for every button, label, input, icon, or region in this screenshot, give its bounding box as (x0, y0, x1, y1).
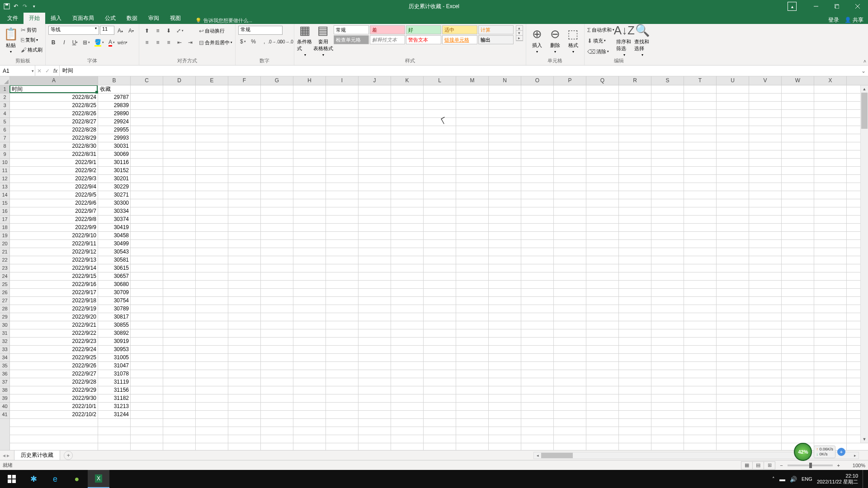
row-header[interactable]: 39 (0, 394, 9, 403)
tab-layout[interactable]: 页面布局 (67, 13, 99, 24)
format-painter-button[interactable]: 🖌格式刷 (21, 45, 42, 55)
zoom-in-button[interactable]: + (837, 463, 840, 468)
row-header[interactable]: 26 (0, 289, 9, 297)
cell-b1[interactable]: 收藏 (98, 85, 131, 94)
cell[interactable]: 2022/8/30 (10, 142, 98, 150)
taskbar-app-2[interactable]: ● (66, 470, 88, 488)
row-header[interactable]: 20 (0, 240, 9, 248)
orientation-button[interactable]: ⤢▾ (175, 26, 185, 36)
row-header[interactable]: 33 (0, 346, 9, 354)
align-middle-button[interactable]: ≡ (153, 26, 163, 36)
row-header[interactable]: 34 (0, 354, 9, 362)
network-widget[interactable]: 42% ↑ 0.06K/s ↓ 0K/s + (794, 443, 845, 461)
number-format-select[interactable]: 常规 (238, 26, 283, 35)
cell[interactable]: 30069 (98, 150, 131, 159)
col-header-o[interactable]: O (521, 76, 554, 85)
cell[interactable]: 31005 (98, 354, 131, 362)
cell[interactable]: 30152 (98, 167, 131, 175)
align-right-button[interactable]: ≡ (164, 38, 174, 47)
cell[interactable]: 2022/9/1 (10, 159, 98, 167)
style-bad[interactable]: 差 (370, 25, 405, 34)
volume-icon[interactable]: 🔊 (790, 476, 797, 483)
cell[interactable]: 2022/9/28 (10, 378, 98, 386)
cell[interactable]: 2022/9/3 (10, 175, 98, 183)
col-header-u[interactable]: U (717, 76, 749, 85)
row-header[interactable]: 6 (0, 126, 9, 134)
paste-button[interactable]: 📋 粘贴 ▾ (3, 25, 19, 56)
col-header-q[interactable]: Q (586, 76, 619, 85)
cell[interactable]: 2022/9/20 (10, 313, 98, 321)
sort-filter-button[interactable]: A↓Z排序和筛选▾ (616, 25, 632, 56)
network-icon[interactable]: ▬ (779, 476, 785, 483)
expand-formula-bar-icon[interactable]: ⌄ (859, 66, 868, 76)
insert-cells-button[interactable]: ⊕插入▾ (529, 25, 545, 56)
row-header[interactable]: 38 (0, 386, 9, 394)
cell[interactable]: 30201 (98, 175, 131, 183)
phonetic-button[interactable]: wén▾ (118, 38, 127, 47)
taskbar-excel[interactable]: X (88, 470, 109, 488)
cell[interactable]: 31119 (98, 378, 131, 386)
row-header[interactable]: 18 (0, 224, 9, 232)
cell[interactable]: 31078 (98, 370, 131, 378)
row-header[interactable]: 41 (0, 411, 9, 419)
align-top-button[interactable]: ⬆ (142, 26, 152, 36)
cell[interactable]: 2022/8/24 (10, 94, 98, 102)
cell[interactable]: 30615 (98, 264, 131, 272)
bold-button[interactable]: B (48, 38, 58, 47)
tab-review[interactable]: 审阅 (143, 13, 165, 24)
cell-grid[interactable]: 时间 收藏 2022/8/24297872022/8/25298392022/8… (10, 85, 868, 450)
row-header[interactable]: 27 (0, 297, 9, 305)
col-header-t[interactable]: T (684, 76, 717, 85)
close-button[interactable] (847, 0, 868, 13)
col-header-v[interactable]: V (749, 76, 782, 85)
currency-button[interactable]: $▾ (238, 37, 248, 47)
tray-chevron-icon[interactable]: ˄ (772, 476, 775, 482)
name-box[interactable]: ▾ (0, 66, 35, 76)
cell[interactable]: 2022/9/8 (10, 216, 98, 224)
row-header[interactable]: 40 (0, 403, 9, 411)
row-header[interactable]: 2 (0, 94, 9, 102)
col-header-d[interactable]: D (163, 76, 196, 85)
cell[interactable]: 2022/9/21 (10, 321, 98, 329)
row-header[interactable]: 15 (0, 199, 9, 207)
name-box-input[interactable] (0, 66, 35, 76)
taskbar-clock[interactable]: 22:10 2022/11/22 星期二 (817, 473, 858, 485)
scroll-right-icon[interactable]: ▸ (851, 452, 859, 459)
tab-data[interactable]: 数据 (121, 13, 143, 24)
percent-button[interactable]: % (249, 37, 259, 47)
cell[interactable]: 2022/9/29 (10, 386, 98, 394)
col-header-j[interactable]: J (359, 76, 391, 85)
cell[interactable]: 30581 (98, 256, 131, 264)
row-header[interactable]: 8 (0, 142, 9, 150)
align-center-button[interactable]: ≡ (153, 38, 163, 47)
cell[interactable]: 2022/9/18 (10, 297, 98, 305)
row-header[interactable]: 21 (0, 248, 9, 256)
col-header-m[interactable]: M (456, 76, 489, 85)
scroll-thumb[interactable] (861, 93, 868, 129)
align-left-button[interactable]: ≡ (142, 38, 152, 47)
insert-function-icon[interactable]: fx (53, 68, 57, 74)
row-header[interactable]: 32 (0, 338, 9, 346)
tell-me-search[interactable]: 💡 告诉我您想要做什么... (195, 17, 252, 24)
cell[interactable]: 2022/9/11 (10, 240, 98, 248)
format-as-table-button[interactable]: ▤套用 表格格式▾ (315, 25, 331, 56)
find-select-button[interactable]: 🔍查找和选择▾ (634, 25, 651, 56)
cell[interactable]: 29924 (98, 118, 131, 126)
taskbar-edge[interactable]: e (44, 470, 66, 488)
col-header-i[interactable]: I (326, 76, 359, 85)
col-header-n[interactable]: N (489, 76, 521, 85)
row-header[interactable]: 24 (0, 272, 9, 281)
sheet-tab-active[interactable]: 历史累计收藏 (14, 450, 60, 461)
row-header[interactable]: 22 (0, 256, 9, 264)
scroll-down-icon[interactable]: ▼ (861, 436, 868, 443)
style-link[interactable]: 链接单元格 (442, 35, 477, 44)
zoom-slider[interactable] (788, 465, 833, 466)
col-header-w[interactable]: W (782, 76, 814, 85)
enter-formula-icon[interactable]: ✓ (45, 68, 50, 74)
minimize-button[interactable] (806, 0, 826, 13)
show-desktop-button[interactable] (863, 470, 865, 488)
cell[interactable]: 30709 (98, 289, 131, 297)
cell[interactable]: 2022/9/17 (10, 289, 98, 297)
cell[interactable]: 2022/9/6 (10, 199, 98, 207)
style-calc[interactable]: 计算 (478, 25, 514, 34)
